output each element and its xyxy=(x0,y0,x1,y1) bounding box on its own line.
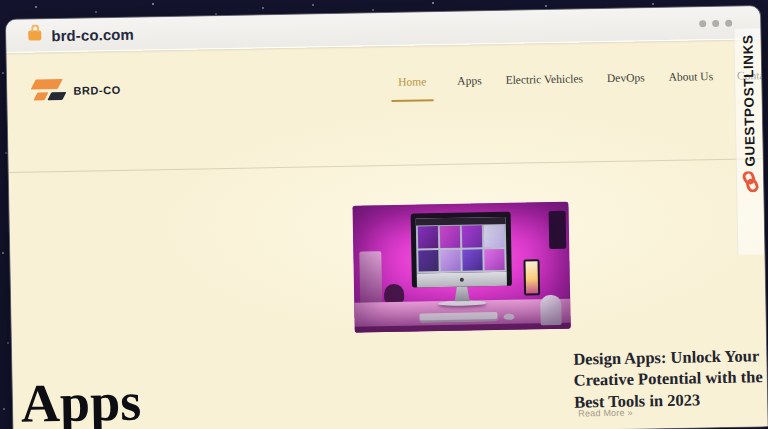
keyboard xyxy=(419,312,497,322)
starfield xyxy=(0,0,2,2)
site-header: BRD-CO Home Apps Electric Vehicles DevOp… xyxy=(7,39,763,173)
logo-text: BRD-CO xyxy=(73,83,121,96)
url-field[interactable]: brd-co.com xyxy=(51,25,134,44)
guestpostlinks-label: GUESTPOSTLINKS xyxy=(740,34,757,166)
webpage: BRD-CO Home Apps Electric Vehicles DevOp… xyxy=(7,39,768,429)
plant-silhouette xyxy=(384,284,404,305)
desk xyxy=(354,298,571,332)
monitor-base xyxy=(438,300,486,305)
post-title-link[interactable]: Design Apps: Unlock Your Creative Potent… xyxy=(573,345,767,413)
lock-icon xyxy=(28,30,41,40)
speaker-left xyxy=(360,251,383,310)
post-featured-image[interactable] xyxy=(352,202,570,333)
nav-item-apps[interactable]: Apps xyxy=(457,74,481,86)
phone-on-stand xyxy=(523,259,540,295)
nav-item-electric-vehicles[interactable]: Electric Vehicles xyxy=(505,72,583,85)
monitor xyxy=(411,212,512,287)
nav-item-devops[interactable]: DevOps xyxy=(607,71,645,84)
window-controls xyxy=(699,19,732,27)
window-button[interactable] xyxy=(699,20,706,27)
chain-link-icon xyxy=(741,171,758,192)
read-more-link[interactable]: Read More » xyxy=(578,408,632,419)
page-title: Apps xyxy=(21,375,142,429)
speaker-right xyxy=(548,211,566,249)
mouse xyxy=(503,313,514,320)
window-button[interactable] xyxy=(725,19,732,26)
browser-window: brd-co.com BRD-CO Home Apps Electric Veh… xyxy=(6,6,768,429)
monitor-screen xyxy=(415,217,507,273)
nav-item-about-us[interactable]: About Us xyxy=(669,70,714,83)
logo-icon xyxy=(31,78,65,104)
speaker-cylinder xyxy=(540,295,562,326)
main-nav: Home Apps Electric Vehicles DevOps About… xyxy=(391,69,767,102)
window-button[interactable] xyxy=(712,19,719,26)
guestpostlinks-badge[interactable]: GUESTPOSTLINKS xyxy=(733,28,764,254)
monitor-stand xyxy=(454,285,469,302)
nav-item-home[interactable]: Home xyxy=(391,75,434,102)
site-logo[interactable]: BRD-CO xyxy=(31,77,121,104)
